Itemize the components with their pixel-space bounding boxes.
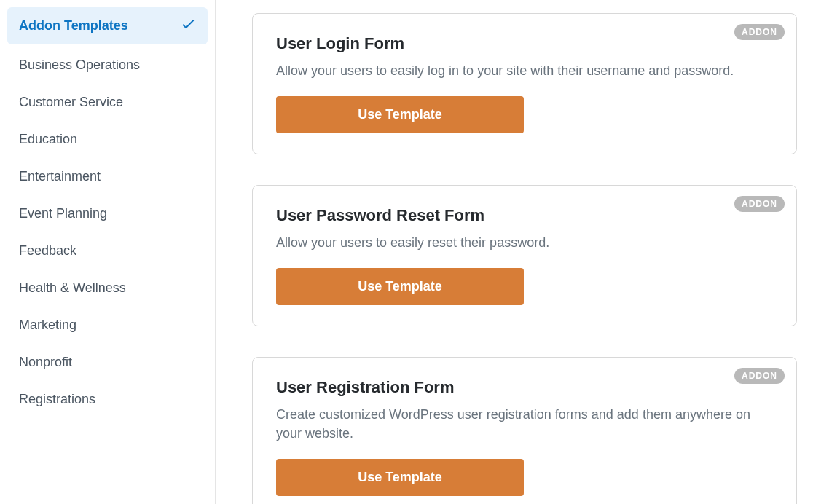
check-icon xyxy=(180,16,196,36)
sidebar-item-health-wellness[interactable]: Health & Wellness xyxy=(7,272,208,304)
addon-badge: ADDON xyxy=(734,368,785,384)
sidebar-item-label: Feedback xyxy=(19,243,76,259)
template-list: ADDON User Login Form Allow your users t… xyxy=(216,0,813,504)
sidebar-item-addon-templates[interactable]: Addon Templates xyxy=(7,7,208,44)
sidebar-item-entertainment[interactable]: Entertainment xyxy=(7,160,208,193)
template-card-user-registration-form: ADDON User Registration Form Create cust… xyxy=(252,357,797,504)
template-title: User Login Form xyxy=(276,34,773,53)
sidebar-item-feedback[interactable]: Feedback xyxy=(7,235,208,267)
use-template-button[interactable]: Use Template xyxy=(276,96,524,133)
sidebar-item-label: Addon Templates xyxy=(19,18,128,34)
sidebar-item-label: Customer Service xyxy=(19,95,123,110)
sidebar-item-registrations[interactable]: Registrations xyxy=(7,383,208,416)
template-description: Allow your users to easily log in to you… xyxy=(276,62,773,80)
sidebar-item-label: Marketing xyxy=(19,318,76,333)
template-category-sidebar: Addon Templates Business Operations Cust… xyxy=(0,0,216,504)
sidebar-item-nonprofit[interactable]: Nonprofit xyxy=(7,346,208,379)
sidebar-item-label: Nonprofit xyxy=(19,355,72,370)
addon-badge: ADDON xyxy=(734,196,785,212)
sidebar-item-label: Event Planning xyxy=(19,206,107,221)
sidebar-item-education[interactable]: Education xyxy=(7,123,208,156)
sidebar-item-customer-service[interactable]: Customer Service xyxy=(7,86,208,119)
sidebar-item-label: Entertainment xyxy=(19,169,101,184)
template-title: User Registration Form xyxy=(276,378,773,397)
sidebar-item-label: Registrations xyxy=(19,392,95,407)
template-description: Allow your users to easily reset their p… xyxy=(276,234,773,252)
sidebar-item-label: Education xyxy=(19,132,77,147)
sidebar-item-marketing[interactable]: Marketing xyxy=(7,309,208,342)
sidebar-item-label: Business Operations xyxy=(19,58,140,73)
sidebar-item-business-operations[interactable]: Business Operations xyxy=(7,49,208,82)
template-card-user-password-reset-form: ADDON User Password Reset Form Allow you… xyxy=(252,185,797,326)
use-template-button[interactable]: Use Template xyxy=(276,459,524,496)
template-description: Create customized WordPress user registr… xyxy=(276,406,773,442)
use-template-button[interactable]: Use Template xyxy=(276,268,524,305)
sidebar-item-label: Health & Wellness xyxy=(19,280,126,296)
addon-badge: ADDON xyxy=(734,24,785,40)
template-card-user-login-form: ADDON User Login Form Allow your users t… xyxy=(252,13,797,154)
template-title: User Password Reset Form xyxy=(276,206,773,225)
sidebar-item-event-planning[interactable]: Event Planning xyxy=(7,197,208,230)
